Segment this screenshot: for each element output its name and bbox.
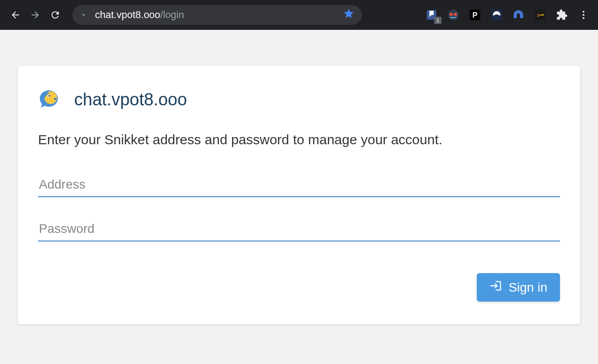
address-bar[interactable]: chat.vpot8.ooo/login: [72, 5, 362, 25]
reload-button[interactable]: [47, 7, 63, 23]
instruction-text: Enter your Snikket address and password …: [38, 132, 560, 147]
url-path: /login: [160, 9, 184, 20]
svg-point-13: [583, 14, 584, 16]
password-input[interactable]: [38, 217, 560, 241]
svg-point-14: [583, 17, 584, 19]
svg-text:P: P: [473, 11, 478, 19]
browser-toolbar: chat.vpot8.ooo/login 1 P >: [0, 0, 598, 30]
site-info-icon[interactable]: [80, 11, 88, 19]
svg-point-12: [583, 11, 584, 13]
address-input[interactable]: [38, 173, 560, 197]
back-button[interactable]: [7, 7, 24, 23]
extension-badge: 1: [434, 17, 441, 24]
extension-6-icon[interactable]: >: [533, 8, 547, 22]
extensions-area: 1 P >: [424, 8, 591, 22]
signin-icon: [489, 279, 502, 295]
bookmark-star-icon[interactable]: [343, 8, 355, 22]
extension-5-icon[interactable]: [511, 8, 526, 22]
extension-3-icon[interactable]: P: [468, 8, 482, 22]
card-header: chat.vpot8.ooo: [38, 89, 560, 110]
url-text: chat.vpot8.ooo/login: [95, 9, 343, 21]
signin-label: Sign in: [508, 280, 547, 295]
forward-button[interactable]: [27, 7, 43, 23]
button-row: Sign in: [38, 273, 560, 302]
snikket-logo-icon: [38, 89, 60, 110]
svg-rect-11: [541, 14, 544, 15]
svg-point-2: [450, 13, 453, 16]
svg-rect-4: [450, 17, 456, 18]
svg-point-17: [48, 95, 50, 97]
login-card: chat.vpot8.ooo Enter your Snikket addres…: [18, 66, 580, 324]
extension-1-icon[interactable]: 1: [424, 8, 439, 22]
page-content: chat.vpot8.ooo Enter your Snikket addres…: [0, 30, 598, 324]
site-title: chat.vpot8.ooo: [74, 90, 187, 109]
extension-4-icon[interactable]: [489, 8, 504, 22]
svg-text:>: >: [537, 12, 541, 19]
extension-2-icon[interactable]: [446, 8, 460, 22]
browser-menu-icon[interactable]: [576, 8, 591, 22]
signin-button[interactable]: Sign in: [477, 273, 560, 302]
svg-point-3: [454, 13, 457, 16]
extensions-menu-icon[interactable]: [555, 8, 569, 22]
svg-point-1: [448, 9, 458, 20]
url-domain: chat.vpot8.ooo: [95, 9, 160, 20]
